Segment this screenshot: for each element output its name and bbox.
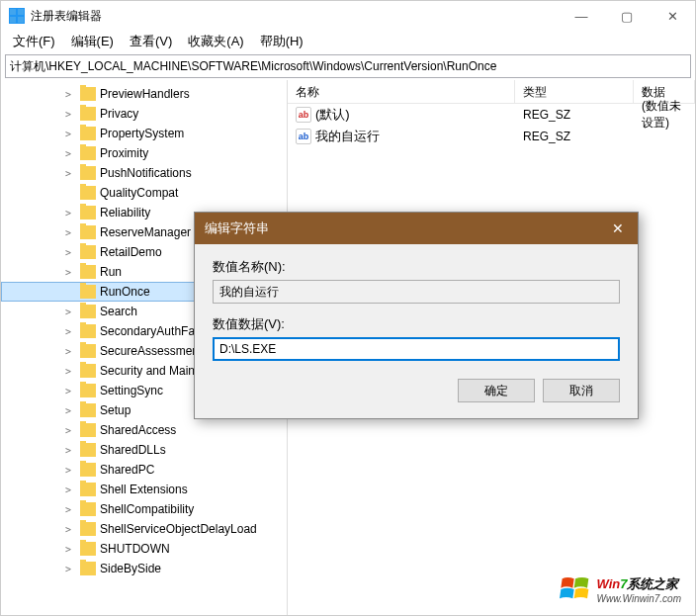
tree-label: RunOnce	[100, 285, 150, 299]
tree-item-shutdown[interactable]: >SHUTDOWN	[1, 539, 287, 559]
tree-label: Proximity	[100, 146, 148, 160]
folder-icon	[80, 146, 96, 160]
tree-label: Shell Extensions	[100, 483, 188, 496]
expand-icon[interactable]: >	[60, 465, 76, 476]
dialog-title: 编辑字符串	[205, 220, 598, 237]
value-data-input[interactable]	[213, 337, 620, 361]
minimize-button[interactable]: —	[559, 1, 604, 31]
folder-icon	[80, 562, 96, 575]
menu-view[interactable]: 查看(V)	[122, 31, 180, 52]
tree-label: SharedAccess	[100, 423, 176, 437]
dialog-buttons: 确定 取消	[213, 379, 620, 402]
expand-icon[interactable]: >	[60, 564, 76, 574]
cell-name: ab我的自运行	[288, 128, 515, 145]
menu-bar: 文件(F) 编辑(E) 查看(V) 收藏夹(A) 帮助(H)	[1, 31, 695, 52]
expand-icon[interactable]: >	[60, 425, 76, 436]
tree-item-previewhandlers[interactable]: >PreviewHandlers	[1, 84, 287, 104]
folder-icon	[80, 483, 96, 496]
string-value-icon: ab	[296, 107, 311, 123]
expand-icon[interactable]: >	[60, 544, 76, 555]
col-type[interactable]: 类型	[515, 80, 634, 103]
folder-icon	[80, 502, 96, 516]
tree-label: SharedPC	[100, 463, 154, 477]
expand-icon[interactable]: >	[60, 445, 76, 456]
expand-icon[interactable]: >	[60, 484, 76, 495]
tree-item-proximity[interactable]: >Proximity	[1, 143, 287, 163]
expand-icon[interactable]: >	[60, 129, 76, 139]
folder-icon	[80, 127, 96, 140]
expand-icon[interactable]: >	[60, 109, 76, 120]
cancel-button[interactable]: 取消	[543, 379, 620, 402]
address-bar[interactable]: 计算机\HKEY_LOCAL_MACHINE\SOFTWARE\Microsof…	[5, 54, 691, 78]
tree-item-shellcompatibility[interactable]: >ShellCompatibility	[1, 499, 287, 519]
expand-icon[interactable]: >	[60, 346, 76, 357]
tree-item-sharedpc[interactable]: >SharedPC	[1, 460, 287, 480]
watermark: Win7系统之家 Www.Winwin7.com	[560, 573, 681, 605]
svg-rect-3	[18, 17, 24, 23]
tree-label: SecureAssessment	[100, 344, 202, 358]
tree-label: Run	[100, 265, 122, 279]
svg-rect-2	[10, 17, 16, 23]
expand-icon[interactable]: >	[60, 405, 76, 416]
tree-label: SHUTDOWN	[100, 542, 170, 556]
tree-label: QualityCompat	[100, 186, 178, 200]
tree-item-qualitycompat[interactable]: QualityCompat	[1, 183, 287, 203]
tree-label: ShellCompatibility	[100, 502, 194, 516]
folder-icon	[80, 166, 96, 180]
tree-label: PushNotifications	[100, 166, 192, 180]
folder-icon	[80, 225, 96, 239]
expand-icon[interactable]: >	[60, 504, 76, 515]
menu-help[interactable]: 帮助(H)	[252, 31, 311, 52]
cell-name: ab(默认)	[288, 106, 515, 124]
expand-icon[interactable]: >	[60, 89, 76, 100]
folder-icon	[80, 285, 96, 299]
value-name-input[interactable]	[213, 280, 620, 304]
tree-item-pushnotifications[interactable]: >PushNotifications	[1, 163, 287, 183]
expand-icon[interactable]: >	[60, 168, 76, 179]
windows-logo-icon	[560, 573, 591, 605]
close-button[interactable]: ✕	[650, 1, 695, 31]
maximize-button[interactable]: ▢	[604, 1, 650, 31]
expand-icon[interactable]: >	[60, 267, 76, 278]
dialog-close-button[interactable]: ✕	[598, 213, 638, 244]
value-name-label: 数值名称(N):	[213, 258, 620, 276]
dialog-body: 数值名称(N): 数值数据(V): 确定 取消	[195, 244, 638, 418]
expand-icon[interactable]: >	[60, 148, 76, 159]
cell-type: REG_SZ	[515, 108, 634, 122]
cell-type: REG_SZ	[515, 130, 634, 143]
folder-icon	[80, 265, 96, 279]
tree-item-privacy[interactable]: >Privacy	[1, 104, 287, 124]
expand-icon[interactable]: >	[60, 227, 76, 238]
tree-item-propertysystem[interactable]: >PropertySystem	[1, 124, 287, 143]
ok-button[interactable]: 确定	[458, 379, 535, 402]
svg-rect-0	[10, 9, 16, 15]
tree-item-sharedaccess[interactable]: >SharedAccess	[1, 420, 287, 440]
tree-label: Setup	[100, 403, 130, 417]
expand-icon[interactable]: >	[60, 208, 76, 219]
tree-item-shellserviceobjectdelayload[interactable]: >ShellServiceObjectDelayLoad	[1, 519, 287, 539]
tree-label: Reliability	[100, 206, 150, 220]
expand-icon[interactable]: >	[60, 307, 76, 317]
expand-icon[interactable]: >	[60, 366, 76, 377]
folder-icon	[80, 344, 96, 358]
folder-icon	[80, 542, 96, 556]
expand-icon[interactable]: >	[60, 326, 76, 337]
tree-item-sidebyside[interactable]: >SideBySide	[1, 559, 287, 578]
expand-icon[interactable]: >	[60, 524, 76, 535]
title-bar: 注册表编辑器 — ▢ ✕	[1, 1, 695, 31]
app-title: 注册表编辑器	[31, 8, 559, 25]
window-controls: — ▢ ✕	[559, 1, 695, 31]
string-value-icon: ab	[296, 129, 311, 144]
edit-string-dialog: 编辑字符串 ✕ 数值名称(N): 数值数据(V): 确定 取消	[194, 212, 639, 419]
expand-icon[interactable]: >	[60, 247, 76, 258]
menu-edit[interactable]: 编辑(E)	[63, 31, 122, 52]
menu-file[interactable]: 文件(F)	[5, 31, 63, 52]
dialog-titlebar[interactable]: 编辑字符串 ✕	[195, 213, 638, 244]
list-row[interactable]: ab(默认)REG_SZ(数值未设置)	[288, 104, 695, 126]
tree-label: SideBySide	[100, 562, 161, 575]
tree-item-shell-extensions[interactable]: >Shell Extensions	[1, 480, 287, 499]
menu-favorites[interactable]: 收藏夹(A)	[180, 31, 251, 52]
expand-icon[interactable]: >	[60, 386, 76, 396]
col-name[interactable]: 名称	[288, 80, 515, 103]
tree-item-shareddlls[interactable]: >SharedDLLs	[1, 440, 287, 460]
